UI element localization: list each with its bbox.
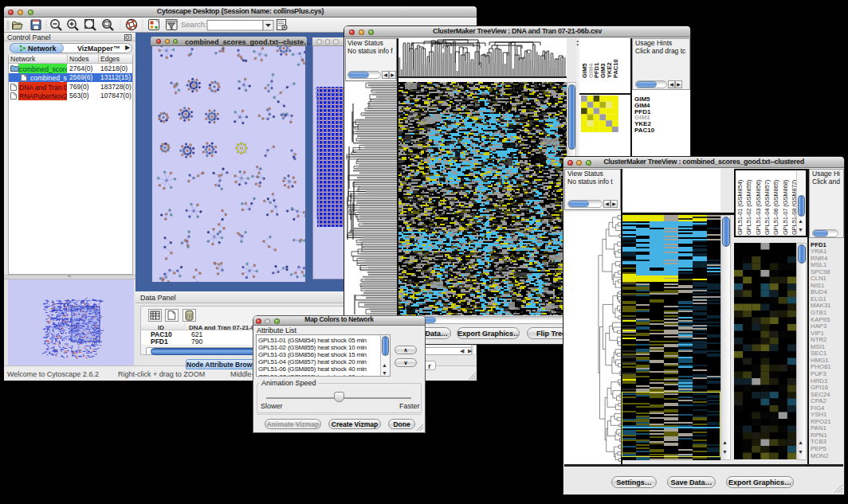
svg-text:Search:: Search: <box>181 20 207 29</box>
